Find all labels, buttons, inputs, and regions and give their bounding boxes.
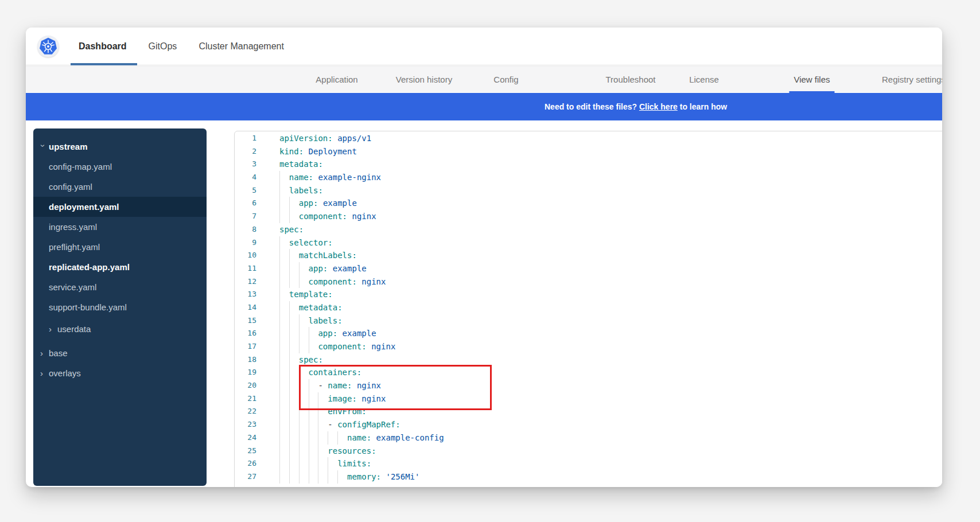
banner-click-here-link[interactable]: Click here bbox=[639, 102, 678, 111]
tree-file-preflight-yaml[interactable]: preflight.yaml bbox=[33, 237, 207, 257]
yaml-key: spec: bbox=[299, 355, 323, 364]
line-number: 14 bbox=[235, 301, 256, 314]
yaml-key: app: bbox=[299, 198, 318, 208]
line-number: 4 bbox=[235, 171, 256, 184]
yaml-key: limits: bbox=[337, 459, 371, 468]
tab-registry-settings[interactable]: Registry settings bbox=[882, 67, 942, 93]
code-line-content: memory: '256Mi' bbox=[279, 470, 419, 484]
code-line-20: 20- name: nginx bbox=[235, 379, 942, 392]
yaml-list-dash: - bbox=[318, 381, 328, 390]
code-line-13: 13template: bbox=[235, 288, 942, 301]
tab-troubleshoot[interactable]: Troubleshoot bbox=[606, 67, 656, 93]
yaml-key: image: bbox=[328, 394, 357, 403]
code-line-content: labels: bbox=[279, 184, 323, 197]
code-line-22: 22envFrom: bbox=[235, 405, 942, 418]
app-header: DashboardGitOpsCluster Management bbox=[26, 28, 942, 65]
yaml-value: example bbox=[343, 329, 376, 338]
tree-file-replicated-app-yaml[interactable]: replicated-app.yaml bbox=[33, 257, 207, 277]
yaml-list-dash: - bbox=[328, 420, 337, 429]
yaml-key: labels: bbox=[289, 186, 323, 195]
indent-guides bbox=[279, 366, 309, 379]
code-line-content: spec: bbox=[279, 223, 304, 236]
code-line-4: 4name: example-nginx bbox=[235, 171, 942, 184]
line-number: 22 bbox=[235, 405, 256, 418]
indent-guides bbox=[279, 210, 299, 223]
code-line-12: 12component: nginx bbox=[235, 275, 942, 289]
admin-console-window: DashboardGitOpsCluster Management Applic… bbox=[26, 28, 942, 487]
yaml-key: component: bbox=[318, 342, 366, 351]
line-number: 8 bbox=[235, 223, 256, 236]
line-number: 2 bbox=[235, 145, 256, 158]
code-line-content: envFrom: bbox=[279, 405, 367, 418]
yaml-key: component: bbox=[309, 277, 357, 286]
line-number: 20 bbox=[235, 379, 256, 392]
code-line-content: template: bbox=[279, 288, 333, 301]
indent-guides bbox=[279, 470, 347, 484]
tree-folder-base[interactable]: ›base bbox=[33, 343, 207, 363]
tree-file-config-map-yaml[interactable]: config-map.yaml bbox=[33, 157, 207, 177]
tree-item-label: base bbox=[49, 348, 68, 358]
yaml-value: '256Mi' bbox=[386, 472, 419, 481]
code-line-content: app: example bbox=[279, 197, 357, 210]
tree-file-support-bundle-yaml[interactable]: support-bundle.yaml bbox=[33, 297, 207, 317]
code-line-16: 16app: example bbox=[235, 327, 942, 340]
code-line-2: 2kind: Deployment bbox=[235, 145, 942, 158]
main-nav-item-dashboard[interactable]: Dashboard bbox=[79, 28, 127, 65]
tree-file-config-yaml[interactable]: config.yaml bbox=[33, 177, 207, 197]
code-line-14: 14metadata: bbox=[235, 301, 942, 314]
line-number: 10 bbox=[235, 249, 256, 262]
tree-item-label: ingress.yaml bbox=[49, 222, 97, 232]
indent-guides bbox=[279, 314, 309, 328]
code-line-11: 11app: example bbox=[235, 262, 942, 275]
tree-file-deployment-yaml[interactable]: deployment.yaml bbox=[33, 197, 207, 217]
line-number: 25 bbox=[235, 445, 256, 458]
yaml-key: component: bbox=[299, 212, 347, 221]
yaml-key: name: bbox=[328, 381, 352, 390]
line-number: 27 bbox=[235, 470, 256, 484]
chevron-down-icon: › bbox=[39, 145, 48, 150]
code-line-content: - configMapRef: bbox=[279, 418, 400, 431]
tab-license[interactable]: License bbox=[689, 67, 719, 93]
tree-folder-overlays[interactable]: ›overlays bbox=[33, 363, 207, 383]
tab-view-files[interactable]: View files bbox=[794, 67, 830, 93]
line-number: 9 bbox=[235, 236, 256, 250]
main-nav-item-gitops[interactable]: GitOps bbox=[149, 28, 177, 65]
edit-files-banner: Need to edit these files? Click here to … bbox=[26, 93, 942, 120]
yaml-key: labels: bbox=[309, 316, 343, 325]
code-line-21: 21image: nginx bbox=[235, 392, 942, 406]
code-line-24: 24name: example-config bbox=[235, 431, 942, 445]
code-line-content: metadata: bbox=[279, 301, 343, 314]
tree-folder-upstream[interactable]: ›upstream bbox=[33, 137, 207, 157]
tab-config[interactable]: Config bbox=[493, 67, 518, 93]
code-line-26: 26limits: bbox=[235, 457, 942, 470]
app-tab-bar: ApplicationVersion historyConfigTroubles… bbox=[26, 66, 942, 92]
code-line-18: 18spec: bbox=[235, 353, 942, 367]
tree-file-ingress-yaml[interactable]: ingress.yaml bbox=[33, 217, 207, 237]
code-line-content: component: nginx bbox=[279, 340, 395, 353]
indent-guides bbox=[279, 392, 328, 406]
yaml-value: nginx bbox=[361, 394, 386, 403]
line-number: 17 bbox=[235, 340, 256, 353]
yaml-editor[interactable]: 1apiVersion: apps/v12kind: Deployment3me… bbox=[234, 131, 942, 487]
tree-folder-userdata[interactable]: ›userdata bbox=[33, 319, 207, 339]
code-line-content: resources: bbox=[279, 445, 376, 458]
code-line-6: 6app: example bbox=[235, 197, 942, 210]
tab-application[interactable]: Application bbox=[316, 67, 357, 93]
yaml-value: Deployment bbox=[309, 147, 357, 156]
tree-file-service-yaml[interactable]: service.yaml bbox=[33, 277, 207, 297]
line-number: 12 bbox=[235, 275, 256, 289]
yaml-key: matchLabels: bbox=[299, 251, 357, 260]
kubernetes-logo-icon[interactable] bbox=[37, 36, 59, 57]
yaml-value: example-config bbox=[376, 433, 444, 442]
code-line-content: component: nginx bbox=[279, 275, 386, 289]
indent-guides bbox=[279, 171, 289, 184]
code-line-content: name: example-nginx bbox=[279, 171, 381, 184]
yaml-key: apiVersion: bbox=[279, 134, 333, 143]
code-line-content: name: example-config bbox=[279, 431, 444, 445]
tab-version-history[interactable]: Version history bbox=[396, 67, 452, 93]
indent-guides bbox=[279, 431, 347, 445]
yaml-key: name: bbox=[347, 433, 371, 442]
code-line-8: 8spec: bbox=[235, 223, 942, 236]
chevron-right-icon: › bbox=[49, 325, 55, 333]
main-nav-item-cluster-management[interactable]: Cluster Management bbox=[199, 28, 284, 65]
